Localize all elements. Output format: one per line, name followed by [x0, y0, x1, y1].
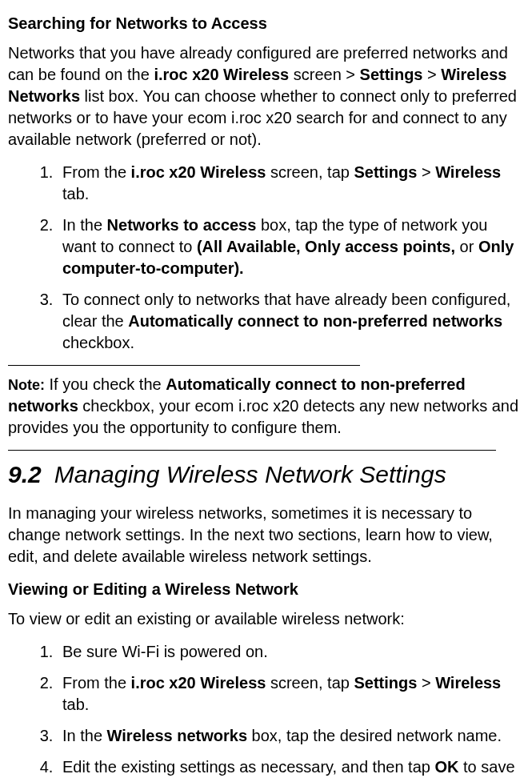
text-bold: Settings: [360, 66, 423, 83]
divider: [8, 365, 360, 366]
text-bold: i.roc x20 Wireless: [131, 674, 266, 692]
text-bold: OK: [434, 758, 458, 776]
section-title: 9.2Managing Wireless Network Settings: [8, 459, 524, 491]
text: list box. You can choose whether to conn…: [8, 87, 517, 148]
text: screen, tap: [266, 674, 354, 692]
text: tab.: [62, 185, 89, 203]
text-bold: Wireless: [435, 674, 501, 692]
text: checkbox.: [62, 334, 134, 351]
text: If you check the: [45, 375, 166, 393]
note-label: Note:: [8, 377, 45, 393]
text: >: [417, 674, 435, 692]
text-bold: Settings: [354, 163, 417, 181]
text: checkbox, your ecom i.roc x20 detects an…: [8, 397, 518, 436]
text: box, tap the desired network name.: [247, 727, 502, 744]
text: From the: [62, 674, 131, 692]
paragraph-toview: To view or edit an existing or available…: [8, 608, 524, 630]
paragraph-managing: In managing your wireless networks, some…: [8, 503, 524, 567]
text-bold: Wireless: [435, 163, 501, 181]
text: >: [422, 66, 441, 83]
list-item: In the Networks to access box, tap the t…: [58, 215, 524, 279]
text-bold: Networks to access: [107, 216, 257, 234]
list-item: From the i.roc x20 Wireless screen, tap …: [58, 162, 524, 205]
text: tab.: [62, 696, 89, 713]
note-paragraph: Note: If you check the Automatically con…: [8, 374, 524, 439]
list-item: To connect only to networks that have al…: [58, 289, 524, 354]
text: or: [455, 238, 478, 255]
text: From the: [62, 163, 131, 181]
list-item: Be sure Wi-Fi is powered on.: [58, 641, 524, 663]
text: In the: [62, 216, 107, 234]
text: In the: [62, 727, 107, 744]
list-item: From the i.roc x20 Wireless screen, tap …: [58, 672, 524, 716]
text-bold: Automatically connect to non-preferred n…: [128, 312, 502, 330]
section-title-text: Managing Wireless Network Settings: [54, 461, 446, 487]
text: Edit the existing settings as necessary,…: [62, 758, 434, 776]
text: screen >: [289, 66, 359, 83]
text: screen, tap: [266, 163, 354, 181]
text-bold: i.roc x20 Wireless: [131, 163, 266, 181]
ordered-list-2: Be sure Wi-Fi is powered on. From the i.…: [8, 641, 524, 779]
text-bold: Wireless networks: [107, 727, 247, 744]
divider: [8, 450, 496, 451]
ordered-list-1: From the i.roc x20 Wireless screen, tap …: [8, 162, 524, 354]
text-bold: (All Available, Only access points,: [197, 238, 455, 255]
section-number: 9.2: [8, 461, 42, 487]
text-bold: i.roc x20 Wireless: [154, 66, 289, 83]
paragraph-intro: Networks that you have already configure…: [8, 42, 524, 150]
heading-searching: Searching for Networks to Access: [8, 13, 524, 34]
list-item: In the Wireless networks box, tap the de…: [58, 725, 524, 747]
list-item: Edit the existing settings as necessary,…: [58, 756, 524, 779]
text-bold: Settings: [354, 674, 417, 692]
text: >: [417, 163, 435, 181]
heading-viewing: Viewing or Editing a Wireless Network: [8, 579, 524, 600]
